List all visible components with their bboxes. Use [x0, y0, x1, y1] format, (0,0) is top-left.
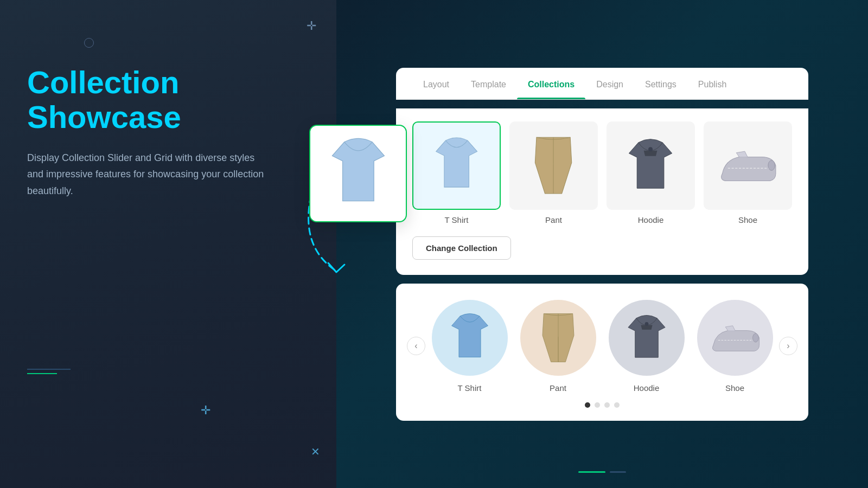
- accent-line-green: [578, 471, 605, 473]
- product-item-shoe[interactable]: Shoe: [704, 121, 792, 224]
- accent-line-dark: [610, 471, 626, 473]
- bottom-card: ‹ T Shirt: [396, 284, 808, 421]
- product-image-pant: [509, 121, 598, 210]
- slider-label-hoodie: Hoodie: [634, 383, 660, 393]
- top-card: T Shirt Pant: [396, 108, 808, 275]
- tab-collections[interactable]: Collections: [517, 68, 585, 99]
- tab-design[interactable]: Design: [585, 68, 634, 99]
- dot-4[interactable]: [614, 402, 620, 408]
- slider-label-tshirt: T Shirt: [458, 383, 482, 393]
- slider-label-pant: Pant: [550, 383, 566, 393]
- product-item-hoodie[interactable]: Hoodie: [607, 121, 695, 224]
- left-panel: ✛ Collection Showcase Display Collection…: [0, 0, 336, 488]
- circle-image-pant: [520, 300, 596, 376]
- tab-publish[interactable]: Publish: [687, 68, 737, 99]
- decorative-circle: [84, 38, 94, 48]
- slider-items: T Shirt Pant: [430, 300, 775, 393]
- top-card-wrapper: T Shirt Pant: [396, 108, 808, 275]
- product-label-hoodie: Hoodie: [638, 215, 664, 224]
- dot-3[interactable]: [604, 402, 610, 408]
- slider-item-pant[interactable]: Pant: [518, 300, 598, 393]
- plus-icon-top: ✛: [307, 19, 316, 33]
- bottom-accent: [578, 471, 626, 473]
- slider-item-tshirt[interactable]: T Shirt: [430, 300, 509, 393]
- tab-settings[interactable]: Settings: [634, 68, 687, 99]
- product-label-pant: Pant: [545, 215, 562, 224]
- slider-prev-arrow[interactable]: ‹: [407, 337, 425, 355]
- slider-container: ‹ T Shirt: [407, 300, 797, 393]
- circle-image-hoodie: [609, 300, 685, 376]
- svg-point-1: [649, 147, 653, 151]
- product-item-tshirt[interactable]: T Shirt: [412, 121, 501, 224]
- floating-tshirt-card: [309, 125, 407, 222]
- product-image-tshirt: [412, 121, 501, 210]
- slider-dots: [407, 402, 797, 408]
- tab-template[interactable]: Template: [460, 68, 517, 99]
- product-item-pant[interactable]: Pant: [509, 121, 598, 224]
- hero-title: Collection Showcase: [27, 65, 309, 134]
- product-label-shoe: Shoe: [738, 215, 757, 224]
- slider-next-arrow[interactable]: ›: [779, 337, 797, 355]
- circle-image-tshirt: [432, 300, 508, 376]
- dot-2[interactable]: [595, 402, 600, 408]
- change-collection-button[interactable]: Change Collection: [412, 236, 511, 260]
- x-icon: ✕: [311, 445, 320, 458]
- product-label-tshirt: T Shirt: [445, 215, 469, 224]
- tab-layout[interactable]: Layout: [412, 68, 460, 99]
- svg-point-5: [752, 333, 758, 342]
- main-container: Layout Template Collections Design Setti…: [396, 68, 808, 421]
- right-panel: Layout Template Collections Design Setti…: [336, 0, 868, 488]
- product-image-hoodie: [607, 121, 695, 210]
- plus-icon-bottom: ✛: [201, 403, 210, 418]
- circle-image-shoe: [697, 300, 773, 376]
- dot-1[interactable]: [585, 402, 590, 408]
- product-image-shoe: [704, 121, 792, 210]
- decorative-lines: [27, 369, 71, 374]
- tabs-bar: Layout Template Collections Design Setti…: [396, 68, 808, 100]
- slider-item-shoe[interactable]: Shoe: [695, 300, 775, 393]
- slider-label-shoe: Shoe: [725, 383, 744, 393]
- hero-description: Display Collection Slider and Grid with …: [27, 150, 266, 200]
- products-grid: T Shirt Pant: [412, 121, 792, 224]
- slider-item-hoodie[interactable]: Hoodie: [607, 300, 686, 393]
- svg-point-4: [644, 322, 648, 326]
- svg-point-2: [768, 160, 775, 171]
